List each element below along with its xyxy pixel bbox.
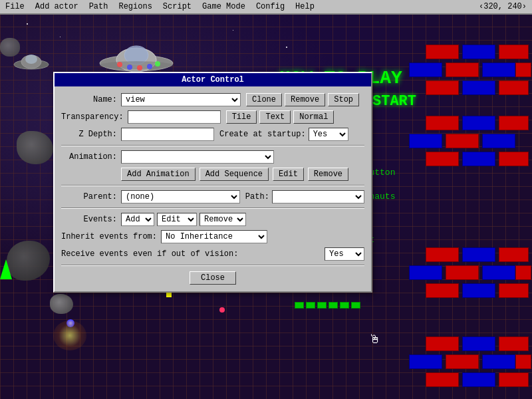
asteroid-1 bbox=[17, 131, 53, 164]
brick bbox=[499, 45, 529, 59]
brick bbox=[462, 152, 495, 166]
create-select[interactable]: Yes bbox=[309, 128, 348, 141]
brick bbox=[499, 283, 529, 298]
dialog-content: Name: view Clone Remove Stop Transparenc… bbox=[55, 86, 371, 291]
add-sequence-button[interactable]: Add Sequence bbox=[200, 168, 269, 181]
brick bbox=[462, 372, 495, 387]
stop-button[interactable]: Stop bbox=[328, 93, 359, 106]
brick bbox=[446, 265, 479, 280]
close-row: Close bbox=[61, 271, 364, 285]
edit-event-select[interactable]: Edit bbox=[157, 213, 197, 226]
brick bbox=[482, 354, 515, 369]
menu-add-actor[interactable]: Add actor bbox=[30, 1, 84, 13]
transparency-input[interactable] bbox=[128, 110, 221, 124]
parent-select[interactable]: (none) bbox=[121, 190, 240, 203]
events-row: Events: Add Edit Remove bbox=[61, 213, 364, 226]
receive-select[interactable]: Yes bbox=[325, 247, 364, 261]
add-event-select[interactable]: Add bbox=[121, 213, 154, 226]
inherit-select[interactable]: No Inheritance bbox=[161, 230, 267, 243]
inherit-label: Inherit events from: bbox=[61, 232, 161, 241]
action-buttons: Clone Remove Stop bbox=[246, 93, 359, 106]
svg-point-11 bbox=[25, 55, 37, 64]
remove-anim-button[interactable]: Remove bbox=[308, 168, 348, 181]
animation-select[interactable] bbox=[121, 150, 274, 164]
dialog-titlebar: Actor Control bbox=[55, 73, 371, 86]
add-animation-button[interactable]: Add Animation bbox=[121, 168, 196, 181]
gem-6 bbox=[351, 302, 360, 309]
remove-event-select[interactable]: Remove bbox=[200, 213, 246, 226]
svg-point-7 bbox=[147, 64, 152, 69]
brick bbox=[409, 134, 442, 148]
brick bbox=[515, 354, 531, 369]
menu-config[interactable]: Config bbox=[251, 1, 290, 13]
brick bbox=[426, 283, 459, 298]
divider-1 bbox=[61, 145, 364, 146]
brick bbox=[499, 372, 529, 387]
tile-text-buttons: Tile Text Normal bbox=[226, 110, 334, 124]
brick bbox=[482, 134, 515, 148]
gem-2 bbox=[306, 302, 315, 309]
brick bbox=[482, 265, 515, 280]
menu-path[interactable]: Path bbox=[84, 1, 114, 13]
svg-point-8 bbox=[155, 61, 160, 66]
brick bbox=[426, 80, 459, 95]
zdepth-input[interactable] bbox=[121, 128, 214, 141]
parent-path-row: Parent: (none) Path: bbox=[61, 190, 364, 203]
svg-point-5 bbox=[127, 65, 132, 70]
menu-file[interactable]: File bbox=[0, 1, 30, 13]
brick bbox=[462, 336, 495, 351]
name-input[interactable]: view bbox=[121, 93, 241, 106]
brick bbox=[462, 80, 495, 95]
normal-button[interactable]: Normal bbox=[293, 110, 334, 124]
small-ufo bbox=[13, 51, 50, 71]
start-text: START bbox=[372, 93, 416, 110]
receive-label: Receive events even if out of vision: bbox=[61, 249, 325, 259]
divider-4 bbox=[61, 265, 364, 266]
brick bbox=[462, 116, 495, 130]
ufo bbox=[96, 33, 176, 76]
gem-1 bbox=[295, 302, 304, 309]
brick bbox=[462, 45, 495, 59]
cursor: 🖱 bbox=[369, 332, 381, 346]
brick bbox=[446, 63, 479, 77]
brick bbox=[446, 354, 479, 369]
menu-script[interactable]: Script bbox=[158, 1, 197, 13]
gem-5 bbox=[340, 302, 349, 309]
brick bbox=[409, 63, 442, 77]
inherit-row: Inherit events from: No Inheritance bbox=[61, 230, 364, 243]
create-startup-row: Create at startup: Yes bbox=[219, 128, 348, 141]
close-button[interactable]: Close bbox=[190, 271, 236, 285]
brick bbox=[426, 45, 459, 59]
menu-help[interactable]: Help bbox=[290, 1, 320, 13]
receive-row: Receive events even if out of vision: Ye… bbox=[61, 247, 364, 261]
parent-label: Parent: bbox=[61, 192, 121, 201]
name-row: Name: view Clone Remove Stop bbox=[61, 93, 364, 106]
brick bbox=[499, 80, 529, 95]
pink-obj bbox=[219, 307, 225, 313]
transparency-row: Transparency: Tile Text Normal bbox=[61, 110, 364, 124]
edit-anim-button[interactable]: Edit bbox=[273, 168, 304, 181]
actor-dialog: Actor Control Name: view Clone Remove St… bbox=[53, 72, 372, 293]
transparency-label: Transparency: bbox=[61, 112, 128, 122]
brick bbox=[409, 265, 442, 280]
text-button[interactable]: Text bbox=[259, 110, 291, 124]
brick bbox=[426, 152, 459, 166]
events-label: Events: bbox=[61, 215, 121, 224]
brick bbox=[499, 336, 529, 351]
menu-game-mode[interactable]: Game Mode bbox=[197, 1, 251, 13]
brick bbox=[462, 247, 495, 262]
tile-button[interactable]: Tile bbox=[226, 110, 257, 124]
svg-point-6 bbox=[137, 65, 142, 70]
divider-3 bbox=[61, 207, 364, 209]
brick bbox=[446, 134, 479, 148]
menubar: File Add actor Path Regions Script Game … bbox=[0, 0, 532, 15]
brick bbox=[482, 63, 515, 77]
path-select[interactable] bbox=[272, 190, 364, 203]
menu-regions[interactable]: Regions bbox=[113, 1, 157, 13]
remove-button[interactable]: Remove bbox=[285, 93, 325, 106]
brick bbox=[499, 247, 529, 262]
dialog-title: Actor Control bbox=[182, 75, 244, 84]
zdepth-row: Z Depth: Create at startup: Yes bbox=[61, 128, 364, 141]
brick bbox=[426, 336, 459, 351]
clone-button[interactable]: Clone bbox=[246, 93, 282, 106]
